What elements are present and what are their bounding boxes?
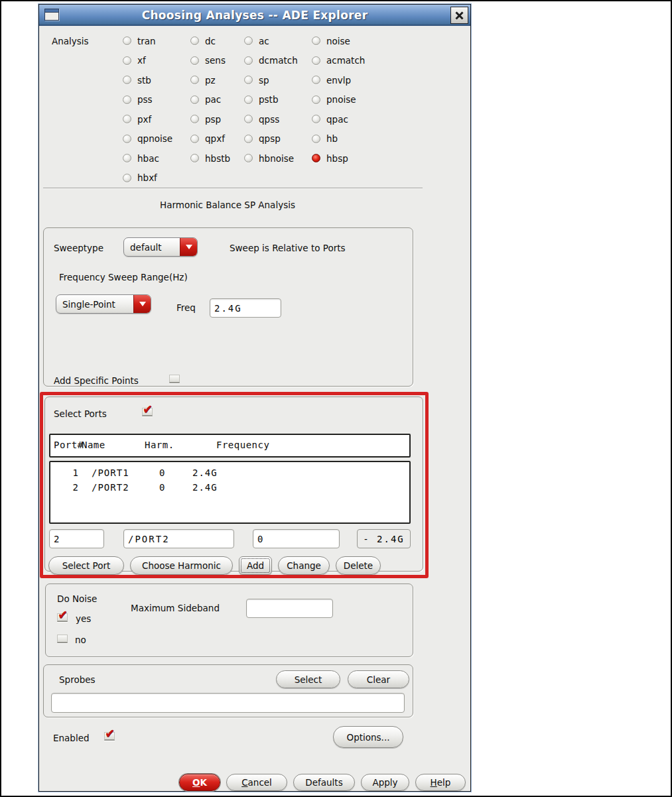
chevron-down-icon[interactable]: [133, 295, 151, 313]
sweep-group: Sweeptype default Sweep is Relative to P…: [43, 227, 413, 387]
defaults-button[interactable]: Defaults: [293, 774, 355, 791]
analysis-option-pnoise[interactable]: pnoise: [312, 90, 391, 110]
analysis-option-dcmatch[interactable]: dcmatch: [244, 51, 312, 71]
analysis-option-label: psp: [205, 114, 221, 125]
analysis-option-xf[interactable]: xf: [123, 51, 190, 71]
analysis-option-label: tran: [137, 36, 156, 46]
change-button[interactable]: Change: [278, 556, 330, 575]
radio-icon: [244, 56, 253, 65]
ports-column-port: Port#: [54, 440, 82, 450]
radio-icon: [123, 36, 131, 45]
analysis-option-hbac[interactable]: hbac: [123, 149, 190, 168]
analysis-option-pxf[interactable]: pxf: [123, 109, 190, 129]
radio-icon: [123, 174, 131, 182]
radio-icon: [312, 76, 320, 84]
analysis-option-pz[interactable]: pz: [190, 70, 244, 90]
sprobes-clear-button[interactable]: Clear: [348, 670, 409, 688]
ports-table-header: Port#NameHarm.Frequency: [49, 434, 411, 458]
table-row[interactable]: 2/PORT202.4G: [50, 480, 409, 495]
analysis-option-acmatch[interactable]: acmatch: [312, 51, 391, 71]
radio-icon: [312, 36, 320, 45]
radio-icon: [123, 115, 131, 123]
table-cell: /PORT1: [92, 465, 159, 480]
sprobes-select-button[interactable]: Select: [276, 670, 340, 688]
options-button[interactable]: Options...: [333, 726, 403, 748]
analysis-option-label: pz: [205, 75, 216, 86]
section-title: Harmonic Balance SP Analysis: [43, 200, 412, 210]
radio-icon: [190, 115, 199, 123]
analysis-option-sp[interactable]: sp: [244, 70, 312, 90]
ok-button[interactable]: OK: [179, 774, 220, 791]
analysis-option-hbxf[interactable]: hbxf: [123, 168, 190, 188]
table-cell: 0: [159, 465, 192, 480]
sprobes-input[interactable]: [51, 693, 405, 713]
sweeptype-label: Sweeptype: [54, 243, 103, 253]
analysis-option-envlp[interactable]: envlp: [312, 70, 391, 90]
analysis-option-label: dc: [205, 36, 216, 46]
sweeptype-dropdown[interactable]: default: [123, 237, 198, 257]
analysis-option-hbnoise[interactable]: hbnoise: [244, 149, 312, 168]
add-button[interactable]: Add: [239, 556, 272, 575]
radio-icon: [312, 135, 320, 143]
analysis-option-label: xf: [137, 55, 146, 66]
add-specific-points-checkbox[interactable]: [169, 375, 180, 383]
analysis-option-label: envlp: [326, 75, 351, 86]
do-noise-no-checkbox[interactable]: [57, 635, 68, 643]
analysis-option-qpnoise[interactable]: qpnoise: [123, 129, 190, 149]
analysis-option-sens[interactable]: sens: [190, 51, 244, 71]
range-type-value: Single-Point: [56, 295, 133, 313]
ports-table-list[interactable]: 1/PORT102.4G2/PORT202.4G: [49, 461, 411, 524]
delete-button[interactable]: Delete: [336, 556, 381, 575]
do-noise-yes-checkbox[interactable]: [57, 613, 68, 622]
freq-input[interactable]: [210, 298, 281, 318]
radio-icon: [190, 76, 199, 84]
analysis-option-pstb[interactable]: pstb: [244, 90, 312, 110]
analysis-option-noise[interactable]: noise: [312, 31, 391, 51]
analysis-option-hb[interactable]: hb: [312, 129, 391, 149]
analysis-option-hbsp[interactable]: hbsp: [312, 149, 391, 168]
sprobes-group: Sprobes Select Clear: [43, 664, 413, 717]
cancel-button[interactable]: Cancel: [226, 774, 287, 791]
apply-button[interactable]: Apply: [361, 774, 409, 791]
analysis-option-tran[interactable]: tran: [123, 31, 190, 51]
analysis-options-grid: trandcacnoisexfsensdcmatchacmatchstbpzsp…: [123, 31, 391, 188]
title-bar[interactable]: Choosing Analyses -- ADE Explorer: [39, 5, 470, 26]
analysis-option-label: dcmatch: [259, 55, 298, 66]
select-ports-checkbox[interactable]: [142, 408, 153, 416]
close-icon[interactable]: [450, 7, 468, 24]
select-port-button[interactable]: Select Port: [48, 556, 124, 575]
enabled-checkbox[interactable]: [104, 732, 115, 741]
analysis-option-qpsp[interactable]: qpsp: [244, 129, 312, 149]
max-sideband-input[interactable]: [246, 599, 333, 618]
table-cell: 2: [54, 480, 79, 495]
port-number-input[interactable]: [49, 529, 104, 548]
analysis-option-qpxf[interactable]: qpxf: [190, 129, 244, 149]
analysis-option-ac[interactable]: ac: [244, 31, 312, 51]
table-cell: 2.4G: [192, 465, 218, 480]
select-ports-group: Select Ports Port#NameHarm.Frequency 1/P…: [44, 397, 423, 572]
close-x-glyph: [454, 11, 464, 21]
table-row[interactable]: 1/PORT102.4G: [50, 462, 409, 480]
port-name-input[interactable]: [123, 529, 234, 548]
analysis-option-qpss[interactable]: qpss: [244, 109, 312, 129]
dialog-title: Choosing Analyses -- ADE Explorer: [39, 5, 470, 25]
analysis-option-dc[interactable]: dc: [190, 31, 244, 51]
help-button[interactable]: Help: [415, 774, 466, 791]
analysis-option-pac[interactable]: pac: [190, 90, 244, 110]
harmonic-input[interactable]: [253, 529, 340, 548]
range-type-dropdown[interactable]: Single-Point: [56, 294, 151, 314]
chevron-down-icon[interactable]: [180, 238, 197, 256]
analysis-option-label: qpxf: [205, 133, 225, 144]
analysis-option-label: sp: [259, 75, 269, 86]
analysis-option-psp[interactable]: psp: [190, 109, 244, 129]
radio-icon: [244, 36, 253, 45]
analysis-option-pss[interactable]: pss: [123, 90, 190, 110]
choose-harmonic-button[interactable]: Choose Harmonic: [130, 556, 233, 575]
freq-label: Freq: [176, 302, 196, 313]
analysis-option-stb[interactable]: stb: [123, 70, 190, 90]
analysis-option-hbstb[interactable]: hbstb: [190, 149, 244, 168]
analysis-option-qpac[interactable]: qpac: [312, 109, 391, 129]
analysis-option-label: pstb: [259, 94, 278, 105]
ports-table-header-row: Port#NameHarm.Frequency: [50, 435, 409, 450]
radio-icon: [312, 56, 320, 65]
